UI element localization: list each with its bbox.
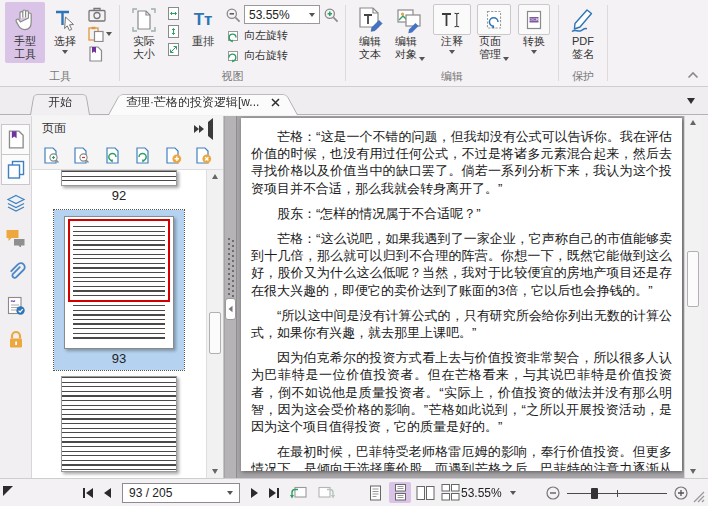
scroll-down-icon[interactable] (207, 465, 223, 478)
comment-button[interactable]: 注释 (430, 2, 474, 56)
window-resize-grip[interactable] (693, 491, 705, 503)
single-page-view-button[interactable] (364, 482, 386, 503)
zoom-slider-track[interactable] (567, 493, 667, 494)
scroll-up-icon[interactable] (685, 116, 701, 129)
main-area: 页面 92 93 (0, 116, 708, 478)
thumbnail-page-92[interactable] (61, 170, 177, 186)
fit-width-button[interactable] (166, 6, 181, 21)
select-tool-button[interactable]: 选择 (45, 2, 85, 56)
last-page-button[interactable] (269, 488, 279, 498)
zoom-indicator[interactable]: 53.55% (461, 486, 516, 500)
sidebar-item-signatures[interactable] (1, 291, 30, 320)
zoom-level-combobox[interactable]: 53.55% (244, 5, 320, 24)
rotate-right-button[interactable]: 向右旋转 (225, 46, 339, 65)
document-page[interactable]: 芒格：“这是一个不错的问题，但我却没有公式可以告诉你。我在评估价值的时候，也没有… (241, 118, 682, 471)
chevron-down-icon (106, 32, 112, 36)
splitter-collapse-button[interactable] (225, 298, 236, 320)
rotate-page-right-button[interactable] (134, 147, 151, 164)
document-scrollbar[interactable] (684, 116, 701, 478)
facing-view-button[interactable] (414, 482, 436, 503)
edit-object-icon (396, 4, 424, 35)
ribbon-group-view: 实际 大小 Tт 重排 53.55% 向左旋转 (121, 0, 344, 86)
previous-view-button[interactable] (290, 486, 307, 501)
thumbnail-page-94[interactable] (61, 376, 177, 472)
thumbnail-zoom-out-button[interactable] (73, 147, 90, 164)
page-manage-label: 页面 管理 (479, 35, 501, 61)
actual-size-button[interactable]: 实际 大小 (124, 2, 164, 63)
add-page-button[interactable] (165, 147, 182, 164)
panel-splitter[interactable] (224, 116, 237, 478)
rotate-page-left-button[interactable] (104, 147, 121, 164)
sidebar-item-attachments[interactable] (1, 257, 30, 286)
zoom-in-button[interactable] (674, 486, 688, 500)
first-page-button[interactable] (83, 488, 93, 498)
thumbnail-scrollbar[interactable] (206, 170, 223, 478)
delete-page-button[interactable] (195, 147, 212, 164)
paste-button[interactable] (88, 26, 112, 42)
bookmark-button[interactable] (88, 46, 112, 62)
zoom-slider-thumb[interactable] (591, 488, 598, 499)
thumbnail-zoom-in-button[interactable] (43, 147, 60, 164)
continuous-view-button[interactable] (389, 482, 411, 503)
page-manage-button[interactable]: 页面 管理 (474, 2, 514, 63)
rotate-right-icon (225, 48, 240, 63)
select-icon (52, 4, 78, 35)
sidebar-item-pages[interactable] (1, 154, 30, 185)
ribbon-separator (119, 5, 120, 81)
fit-visible-button[interactable] (166, 42, 181, 57)
sidebar-item-comments[interactable] (1, 223, 30, 252)
fit-page-button[interactable] (166, 24, 181, 39)
pdf-sign-label: PDF 签名 (572, 35, 594, 61)
thumbnail-page-93[interactable] (64, 216, 174, 349)
panel-expand-button[interactable] (194, 125, 204, 133)
scroll-up-icon[interactable] (207, 170, 223, 183)
current-view-indicator[interactable] (68, 219, 170, 302)
next-view-button[interactable] (318, 486, 335, 501)
ribbon-separator (558, 5, 559, 81)
comment-icon (433, 4, 471, 35)
sidebar-item-bookmarks[interactable] (1, 124, 30, 155)
zoom-in-button[interactable] (323, 7, 339, 23)
thumbnail-page-93-selected[interactable]: 93 (54, 210, 184, 370)
pdf-sign-button[interactable]: PDF 签名 (563, 2, 603, 63)
previous-page-button[interactable] (104, 488, 111, 498)
thumbnail-label-93: 93 (112, 349, 126, 369)
next-page-button[interactable] (251, 488, 258, 498)
edit-object-button[interactable]: 编辑 对象 (390, 2, 430, 63)
snapshot-button[interactable] (88, 6, 112, 22)
continuous-facing-view-button[interactable] (439, 482, 461, 503)
actual-size-icon (131, 4, 157, 35)
thumbnail-list: 92 93 (32, 169, 223, 478)
zoom-out-button[interactable] (225, 7, 241, 23)
collapse-ribbon-button[interactable] (687, 71, 699, 79)
bookmark-icon (88, 46, 103, 62)
scroll-down-icon[interactable] (685, 465, 701, 478)
corner-toggle-icon[interactable] (3, 486, 13, 496)
sidebar-item-layers[interactable] (1, 189, 30, 218)
page-number-combobox[interactable]: 93 / 205 (122, 483, 240, 503)
scrollbar-thumb[interactable] (209, 312, 221, 354)
reflow-button[interactable]: Tт 重排 (183, 2, 223, 50)
tab-list-dropdown-icon[interactable] (687, 98, 695, 104)
rotate-left-button[interactable]: 向左旋转 (225, 26, 339, 45)
ribbon-separator (345, 5, 346, 81)
comments-icon (5, 228, 26, 247)
panel-collapse-button[interactable] (208, 122, 213, 136)
tab-start[interactable]: 开始 (30, 91, 90, 114)
convert-button[interactable]: OCR 转换 (514, 2, 554, 56)
scrollbar-thumb[interactable] (687, 251, 699, 307)
splitter-grip[interactable] (228, 238, 234, 302)
close-tab-icon[interactable] (271, 98, 280, 107)
document-tabbar: 开始 查理·芒格的投资逻辑[w... (0, 87, 708, 115)
sidebar-item-security[interactable] (1, 325, 30, 354)
chevron-down-icon (227, 491, 233, 495)
edit-text-button[interactable]: 编辑 文本 (350, 2, 390, 63)
pages-panel-header: 页面 (32, 116, 223, 141)
document-view[interactable]: 芒格：“这是一个不错的问题，但我却没有公式可以告诉你。我在评估价值的时候，也没有… (237, 116, 684, 478)
tab-document[interactable]: 查理·芒格的投资逻辑[w... (108, 91, 298, 114)
hand-tool-button[interactable]: 手型 工具 (5, 2, 45, 63)
tab-start-label: 开始 (48, 94, 72, 111)
window-edge (701, 116, 708, 478)
zoom-out-button[interactable] (546, 486, 560, 500)
chevron-down-icon (503, 57, 509, 61)
